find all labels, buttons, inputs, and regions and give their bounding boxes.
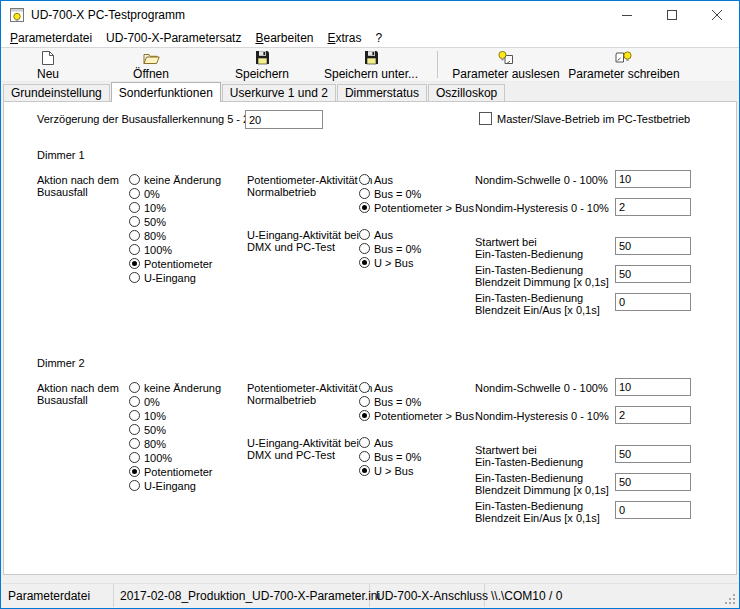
window-title: UD-700-X PC-Testprogramm — [31, 8, 185, 22]
dimmer2-blendzeit-dimmung-input[interactable] — [615, 473, 691, 491]
dimmer2-u-activity-label: U-Eingang-Aktivität bei DMX und PC-Test — [247, 437, 359, 461]
dimmer1-action-50[interactable]: 50% — [129, 215, 166, 228]
title-bar: UD-700-X PC-Testprogramm — [1, 1, 739, 29]
radio-selected-icon — [359, 410, 370, 421]
maximize-icon — [667, 10, 677, 20]
dimmer1-action-0[interactable]: 0% — [129, 187, 160, 200]
dimmer1-u-gt-bus[interactable]: U > Bus — [359, 256, 413, 269]
dimmer1-pot-bus0[interactable]: Bus = 0% — [359, 187, 421, 200]
radio-icon — [129, 272, 140, 283]
dimmer1-u-bus0[interactable]: Bus = 0% — [359, 242, 421, 255]
dimmer2-pot-gt-bus[interactable]: Potentiometer > Bus — [359, 409, 474, 422]
dimmer2-blendzeit-dimmung-label: Ein-Tasten-Bedienung Blendzeit Dimmung [… — [475, 472, 609, 496]
read-parameters-button[interactable]: Parameter auslesen — [448, 48, 564, 81]
save-as-button-label: Speichern unter... — [324, 67, 418, 81]
dimmer1-action-keine-aenderung[interactable]: keine Änderung — [129, 173, 221, 186]
dimmer1-nondim-schwelle-input[interactable] — [615, 170, 691, 188]
menu-item-parameterdatei[interactable]: Parameterdatei — [3, 29, 99, 47]
save-as-button[interactable]: Speichern unter... — [315, 48, 427, 81]
dimmer2-startwert-label: Startwert bei Ein-Tasten-Bedienung — [475, 444, 583, 468]
dimmer1-action-potentiometer[interactable]: Potentiometer — [129, 257, 212, 270]
new-button[interactable]: Neu — [3, 48, 93, 81]
radio-icon — [129, 188, 140, 199]
dimmer2-u-aus[interactable]: Aus — [359, 436, 393, 449]
minimize-icon — [622, 10, 632, 20]
bus-delay-input[interactable] — [245, 110, 323, 129]
dimmer2-action-keine-aenderung[interactable]: keine Änderung — [129, 381, 221, 394]
tab-sonderfunktionen[interactable]: Sonderfunktionen — [111, 82, 221, 102]
dimmer1-blendzeit-einaus-input[interactable] — [615, 293, 691, 311]
radio-icon — [129, 396, 140, 407]
dimmer2-action-u-eingang[interactable]: U-Eingang — [129, 479, 196, 492]
status-parameter-file: 2017-02-08_Produktion_UD-700-X-Parameter… — [114, 584, 370, 607]
radio-icon — [129, 480, 140, 491]
close-icon — [712, 10, 722, 20]
menu-item-bearbeiten[interactable]: Bearbeiten — [248, 29, 320, 47]
dimmer2-u-gt-bus[interactable]: U > Bus — [359, 464, 413, 477]
dimmer1-nondim-schwelle-label: Nondim-Schwelle 0 - 100% — [475, 174, 608, 186]
menu-item-help[interactable]: ? — [369, 29, 390, 47]
dimmer1-blendzeit-dimmung-input[interactable] — [615, 265, 691, 283]
save-floppy-icon — [255, 50, 270, 66]
minimize-button[interactable] — [604, 1, 649, 29]
dimmer2-action-50[interactable]: 50% — [129, 423, 166, 436]
dimmer2-action-potentiometer[interactable]: Potentiometer — [129, 465, 212, 478]
open-button[interactable]: Öffnen — [93, 48, 209, 81]
dimmer1-pot-aus[interactable]: Aus — [359, 173, 393, 186]
dimmer2-pot-bus0[interactable]: Bus = 0% — [359, 395, 421, 408]
dimmer1-action-u-eingang[interactable]: U-Eingang — [129, 271, 196, 284]
dimmer1-blendzeit-dimmung-label: Ein-Tasten-Bedienung Blendzeit Dimmung [… — [475, 264, 609, 288]
radio-icon — [359, 243, 370, 254]
radio-icon — [129, 230, 140, 241]
write-parameters-label: Parameter schreiben — [568, 67, 679, 81]
dimmer2-action-0[interactable]: 0% — [129, 395, 160, 408]
dimmer1-action-100[interactable]: 100% — [129, 243, 172, 256]
tab-oszilloskop[interactable]: Oszilloskop — [428, 84, 505, 101]
write-parameters-button[interactable]: Parameter schreiben — [564, 48, 684, 81]
dimmer2-nondim-hysteresis-input[interactable] — [615, 406, 691, 424]
dimmer2-pot-activity-label: Potentiometer-Aktivität im Normalbetrieb — [247, 382, 372, 406]
dimmer2-action-80[interactable]: 80% — [129, 437, 166, 450]
close-button[interactable] — [694, 1, 739, 29]
dimmer1-action-80[interactable]: 80% — [129, 229, 166, 242]
dimmer1-blendzeit-einaus-label: Ein-Tasten-Bedienung Blendzeit Ein/Aus [… — [475, 292, 600, 316]
dimmer1-u-activity-label: U-Eingang-Aktivität bei DMX und PC-Test — [247, 229, 359, 253]
radio-selected-icon — [359, 465, 370, 476]
radio-icon — [359, 437, 370, 448]
save-button[interactable]: Speichern — [209, 48, 315, 81]
dimmer2-blendzeit-einaus-input[interactable] — [615, 501, 691, 519]
status-com-port: \\.\COM10 / 0 — [485, 584, 738, 607]
tab-dimmerstatus[interactable]: Dimmerstatus — [337, 84, 427, 101]
dimmer2-action-10[interactable]: 10% — [129, 409, 166, 422]
dimmer2-action-100[interactable]: 100% — [129, 451, 172, 464]
dimmer2-pot-aus[interactable]: Aus — [359, 381, 393, 394]
dimmer1-startwert-input[interactable] — [615, 237, 691, 255]
radio-icon — [129, 424, 140, 435]
tab-userkurve[interactable]: Userkurve 1 und 2 — [222, 84, 336, 101]
app-bulb-icon — [9, 7, 25, 23]
dimmer1-pot-gt-bus[interactable]: Potentiometer > Bus — [359, 201, 474, 214]
menu-item-parametersatz[interactable]: UD-700-X-Parametersatz — [99, 29, 248, 47]
new-button-label: Neu — [37, 67, 59, 81]
dimmer1-title: Dimmer 1 — [37, 149, 85, 162]
dimmer2-startwert-input[interactable] — [615, 445, 691, 463]
bus-delay-label: Verzögerung der Busausfallerkennung 5 - … — [37, 113, 267, 126]
radio-icon — [359, 174, 370, 185]
dimmer2-nondim-schwelle-input[interactable] — [615, 378, 691, 396]
maximize-button[interactable] — [649, 1, 694, 29]
dimmer1-nondim-hysteresis-input[interactable] — [615, 198, 691, 216]
app-window: UD-700-X PC-Testprogramm Parameterdatei … — [0, 0, 740, 609]
menu-item-extras[interactable]: Extras — [321, 29, 369, 47]
dimmer1-action-10[interactable]: 10% — [129, 201, 166, 214]
toolbar-separator — [437, 51, 438, 78]
dimmer2-nondim-hysteresis-label: Nondim-Hysteresis 0 - 10% — [475, 410, 609, 422]
master-slave-checkbox[interactable] — [479, 112, 492, 125]
resize-grip[interactable] — [724, 593, 737, 606]
tab-grundeinstellung[interactable]: Grundeinstellung — [3, 84, 110, 101]
dimmer2-u-bus0[interactable]: Bus = 0% — [359, 450, 421, 463]
dimmer1-u-aus[interactable]: Aus — [359, 228, 393, 241]
save-button-label: Speichern — [235, 67, 289, 81]
radio-icon — [129, 174, 140, 185]
save-as-floppy-icon — [364, 50, 379, 66]
radio-selected-icon — [129, 466, 140, 477]
